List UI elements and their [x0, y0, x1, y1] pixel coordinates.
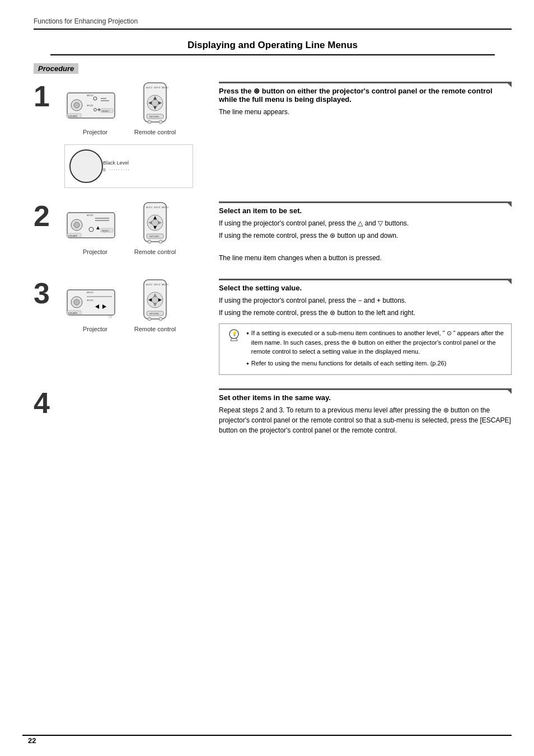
- step-3-remote-svg: AUTO INPUT MENU RETURN: [133, 279, 177, 323]
- step-2-line2: If using the remote control, press the ⊛…: [219, 231, 512, 241]
- step-2-content: Select an item to be set. If using the p…: [219, 201, 512, 265]
- step-3-line1: If using the projector's control panel, …: [219, 295, 512, 306]
- svg-point-77: [152, 297, 158, 303]
- lamp-icon: 💡: [226, 328, 242, 344]
- svg-point-58: [74, 299, 79, 305]
- step-1-remote-svg: AUTO INPUT MENU: [133, 82, 177, 126]
- step-3-projector-svg: MENU MODE ESCAPE ☞: [64, 279, 126, 323]
- step-3-diagrams: MENU MODE ESCAPE ☞ Projector: [64, 279, 210, 337]
- header-section: Functions for Enhancing Projection: [34, 17, 512, 30]
- page-number: 22: [28, 736, 36, 745]
- note-bullet-1-text: If a setting is executed or a sub-menu i…: [251, 328, 504, 356]
- note-bullet-2-text: Refer to using the menu functions for de…: [251, 359, 447, 368]
- breadcrumb: Functions for Enhancing Projection: [34, 17, 138, 25]
- step-1-diagrams-row: ESCAPE RESET MODE MENU Projector: [64, 82, 177, 135]
- step-3-note-box: 💡 If a setting is executed or a sub-menu…: [219, 323, 512, 375]
- step-2-body: If using the projector's control panel, …: [219, 218, 512, 263]
- step-2-projector-box: MODE ESCAPE RESET Projector: [64, 201, 126, 255]
- svg-point-54: [148, 240, 151, 243]
- step-2-diagrams: MODE ESCAPE RESET Projector: [64, 201, 210, 260]
- step-3-line2: If using the remote control, press the ⊛…: [219, 308, 512, 318]
- bottom-line: [22, 735, 512, 736]
- step-3-remote-box: AUTO INPUT MENU RETURN: [133, 279, 177, 332]
- step-3-row: 3 MENU MODE: [34, 279, 512, 375]
- step-2-title-text: Select an item to be set.: [219, 206, 302, 215]
- step-3-content: Select the setting value. If using the p…: [219, 279, 512, 375]
- svg-point-55: [159, 240, 162, 243]
- svg-point-31: [74, 222, 79, 228]
- svg-text:ESCAPE: ESCAPE: [68, 115, 78, 118]
- svg-point-27: [148, 120, 151, 124]
- svg-text:MENU: MENU: [162, 86, 168, 89]
- step-3-number: 3: [34, 279, 64, 308]
- svg-text:INPUT: INPUT: [154, 206, 161, 209]
- svg-point-51: [152, 219, 158, 226]
- svg-text:MODE: MODE: [87, 214, 93, 217]
- main-title: Displaying and Operating Line Menus: [50, 40, 495, 55]
- step-4-title-text: Set other items in the same way.: [219, 393, 331, 402]
- step-1-projector-caption: Projector: [83, 129, 107, 135]
- svg-text:RETURN: RETURN: [149, 115, 159, 118]
- step-2-remote-box: AUTO INPUT MENU RETURN: [133, 201, 177, 255]
- svg-text:INPUT: INPUT: [154, 86, 161, 89]
- step-4-row: 4 Set other items in the same way. Repea…: [34, 388, 512, 438]
- step-3-title-text: Select the setting value.: [219, 284, 302, 292]
- step-1-projector-box: ESCAPE RESET MODE MENU Projector: [64, 82, 126, 135]
- step-1-projector-svg: ESCAPE RESET MODE MENU: [64, 82, 126, 126]
- step-1-remote-caption: Remote control: [134, 129, 176, 135]
- step-1-diagrams: ESCAPE RESET MODE MENU Projector: [64, 82, 210, 188]
- header-divider: [34, 29, 512, 30]
- step-3-body: If using the projector's control panel, …: [219, 295, 512, 375]
- step-3-diagrams-row: MENU MODE ESCAPE ☞ Projector: [64, 279, 177, 332]
- step-2-title: Select an item to be set.: [219, 206, 512, 215]
- svg-text:AUTO: AUTO: [146, 86, 152, 89]
- step-1-body: The line menu appears.: [219, 107, 512, 117]
- note-content: If a setting is executed or a sub-menu i…: [246, 328, 504, 370]
- svg-text:☞: ☞: [108, 314, 113, 320]
- step-2-remote-caption: Remote control: [134, 248, 176, 255]
- svg-text:MENU: MENU: [87, 291, 93, 294]
- svg-text:ESCAPE: ESCAPE: [68, 234, 78, 237]
- svg-point-24: [152, 100, 158, 106]
- step-3-projector-box: MENU MODE ESCAPE ☞ Projector: [64, 279, 126, 332]
- note-icon: 💡: [226, 328, 242, 346]
- svg-text:ESCAPE: ESCAPE: [68, 312, 78, 314]
- step-2-diagrams-row: MODE ESCAPE RESET Projector: [64, 201, 177, 255]
- svg-text:💡: 💡: [232, 331, 237, 336]
- step-1-number: 1: [34, 82, 64, 111]
- step-1-circle: [69, 149, 103, 183]
- step-1-remote-box: AUTO INPUT MENU: [133, 82, 177, 135]
- step-4-body: Repeat steps 2 and 3. To return to a pre…: [219, 405, 512, 435]
- page-container: Functions for Enhancing Projection Displ…: [0, 0, 534, 756]
- svg-point-28: [159, 120, 162, 124]
- step-1-line-menu-display: Black Level 0 ·········: [64, 144, 193, 188]
- svg-text:INPUT: INPUT: [154, 283, 161, 286]
- step-2-row: 2 MODE: [34, 201, 512, 265]
- step-4-body-text: Repeat steps 2 and 3. To return to a pre…: [219, 405, 512, 435]
- step-4-title: Set other items in the same way.: [219, 393, 512, 402]
- step-2-line1: If using the projector's control panel, …: [219, 218, 512, 228]
- procedure-label: Procedure: [34, 63, 78, 74]
- svg-text:RESET: RESET: [102, 229, 110, 232]
- step-1-title: Press the ⊛ button on either the project…: [219, 87, 512, 104]
- svg-text:MENU: MENU: [162, 283, 168, 286]
- step-3-title: Select the setting value.: [219, 284, 512, 292]
- svg-text:MENU: MENU: [87, 94, 93, 97]
- step-4-number: 4: [34, 388, 64, 417]
- note-bullet-2: Refer to using the menu functions for de…: [246, 359, 504, 368]
- step-4-content: Set other items in the same way. Repeat …: [219, 388, 512, 438]
- step-1-bar: Black Level 0 ·········: [103, 160, 188, 172]
- step-3-remote-caption: Remote control: [134, 326, 176, 332]
- step-2-number: 2: [34, 201, 64, 231]
- svg-point-80: [148, 317, 151, 321]
- svg-text:MODE: MODE: [87, 299, 93, 302]
- svg-point-2: [74, 102, 79, 108]
- svg-text:RETURN: RETURN: [149, 235, 159, 238]
- step-1-bar-dots: 0 ·········: [103, 167, 188, 172]
- svg-text:MODE: MODE: [87, 104, 93, 107]
- svg-text:AUTO: AUTO: [146, 283, 152, 286]
- step-1-row: 1: [34, 82, 512, 188]
- svg-text:RESET: RESET: [102, 110, 110, 112]
- step-3-projector-caption: Projector: [83, 326, 107, 332]
- svg-point-81: [159, 317, 162, 321]
